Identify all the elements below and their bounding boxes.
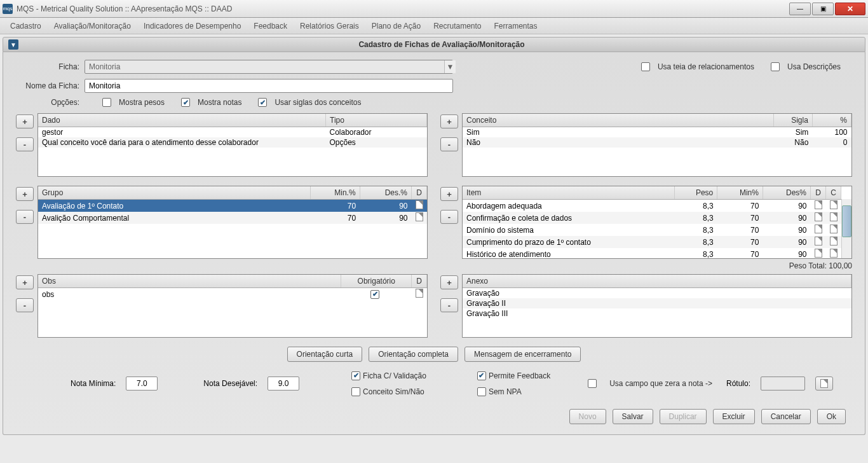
document-icon[interactable]	[830, 225, 837, 233]
rotulo-doc-button[interactable]	[815, 377, 833, 390]
novo-button[interactable]: Novo	[569, 409, 606, 424]
duplicar-button[interactable]: Duplicar	[660, 409, 707, 424]
item-col-item[interactable]: Item	[463, 186, 674, 200]
menu-avaliacao[interactable]: Avaliação/Monitoração	[48, 19, 137, 33]
grupo-col-d[interactable]: D	[412, 186, 427, 200]
conceito-add-button[interactable]: +	[440, 114, 458, 128]
permite-feedback-checkbox[interactable]	[477, 371, 486, 380]
item-table[interactable]: ItemPesoMin%Des%DC Abordagem adequada8,3…	[463, 186, 841, 259]
menu-ferramentas[interactable]: Ferramentas	[488, 19, 544, 33]
conceito-col-sigla[interactable]: Sigla	[773, 114, 812, 127]
obs-remove-button[interactable]: -	[16, 298, 34, 312]
anexo-add-button[interactable]: +	[440, 275, 458, 289]
orientacao-curta-button[interactable]: Orientação curta	[287, 347, 363, 362]
menu-feedback[interactable]: Feedback	[247, 19, 294, 33]
item-remove-button[interactable]: -	[440, 210, 458, 224]
chevron-down-icon[interactable]: ▼	[444, 60, 456, 73]
table-row[interactable]: Gravação III	[463, 308, 851, 319]
usa-teia-checkbox[interactable]	[641, 62, 650, 71]
item-col-c[interactable]: C	[826, 186, 841, 200]
table-row[interactable]: Domínio do sistema8,37090	[463, 224, 841, 236]
table-row[interactable]: Abordagem adequada8,37090	[463, 200, 841, 212]
anexo-table[interactable]: Anexo Gravação Gravação II Gravação III	[463, 275, 851, 319]
table-row[interactable]: SimSim100	[463, 127, 851, 138]
table-row[interactable]: Confirmação e coleta de dados8,37090	[463, 212, 841, 224]
grupo-col-min[interactable]: Min.%	[310, 186, 360, 200]
document-icon[interactable]	[830, 200, 837, 209]
item-col-d[interactable]: D	[811, 186, 826, 200]
menu-relatorios[interactable]: Relatórios Gerais	[294, 19, 365, 33]
document-icon[interactable]	[815, 200, 822, 209]
nome-ficha-input[interactable]	[85, 79, 453, 93]
minimize-button[interactable]: —	[789, 3, 811, 15]
dado-table[interactable]: DadoTipo gestorColaborador Qual conceito…	[38, 114, 427, 148]
item-col-peso[interactable]: Peso	[674, 186, 717, 200]
excluir-button[interactable]: Excluir	[713, 409, 755, 424]
anexo-col-anexo[interactable]: Anexo	[463, 275, 851, 288]
obs-table[interactable]: ObsObrigatórioD obs	[38, 275, 427, 300]
document-icon[interactable]	[815, 212, 822, 221]
obs-col-d[interactable]: D	[412, 275, 427, 288]
document-icon[interactable]	[815, 249, 822, 258]
item-col-min[interactable]: Min%	[717, 186, 763, 200]
grupo-col-des[interactable]: Des.%	[360, 186, 411, 200]
usa-desc-checkbox[interactable]	[771, 62, 780, 71]
table-row[interactable]: Avaliação de 1º Contato7090	[38, 200, 427, 212]
close-button[interactable]: ✕	[835, 3, 865, 15]
dado-col-tipo[interactable]: Tipo	[326, 114, 427, 127]
table-row[interactable]: Cumprimento do prazo de 1º contato8,3709…	[463, 236, 841, 248]
table-row[interactable]: obs	[38, 288, 427, 301]
ok-button[interactable]: Ok	[817, 409, 846, 424]
nota-des-input[interactable]	[268, 377, 299, 390]
conceito-col-pct[interactable]: %	[812, 114, 851, 127]
document-icon[interactable]	[830, 237, 837, 245]
rotulo-input[interactable]	[761, 377, 805, 390]
document-icon[interactable]	[416, 212, 423, 221]
obs-add-button[interactable]: +	[16, 275, 34, 289]
grupo-col-grupo[interactable]: Grupo	[38, 186, 310, 200]
document-icon[interactable]	[815, 237, 822, 245]
menu-cadastro[interactable]: Cadastro	[4, 19, 48, 33]
grupo-table[interactable]: GrupoMin.%Des.%D Avaliação de 1º Contato…	[38, 186, 427, 224]
obs-col-obrig[interactable]: Obrigatório	[341, 275, 412, 288]
table-row[interactable]: Gravação	[463, 288, 851, 299]
table-row[interactable]: Qual conceito você daria para o atendime…	[38, 137, 427, 148]
table-row[interactable]: Gravação II	[463, 298, 851, 308]
ficha-validacao-checkbox[interactable]	[351, 371, 360, 380]
mostra-pesos-checkbox[interactable]	[102, 98, 111, 107]
item-col-des[interactable]: Des%	[763, 186, 810, 200]
grupo-add-button[interactable]: +	[16, 187, 34, 201]
menu-recrutamento[interactable]: Recrutamento	[427, 19, 487, 33]
table-row[interactable]: Histórico de atendimento8,37090	[463, 248, 841, 259]
document-icon[interactable]	[815, 225, 822, 233]
ficha-select[interactable]	[85, 60, 453, 74]
dado-add-button[interactable]: +	[16, 114, 34, 128]
conceito-remove-button[interactable]: -	[440, 137, 458, 151]
menu-indicadores[interactable]: Indicadores de Desempenho	[137, 19, 247, 33]
mostra-notas-checkbox[interactable]	[181, 98, 190, 107]
panel-toggle-icon[interactable]: ▼	[8, 39, 18, 50]
obs-obrig-checkbox[interactable]	[370, 290, 379, 299]
dado-remove-button[interactable]: -	[16, 137, 34, 151]
obs-col-obs[interactable]: Obs	[38, 275, 341, 288]
menu-plano[interactable]: Plano de Ação	[365, 19, 427, 33]
cancelar-button[interactable]: Cancelar	[761, 409, 811, 424]
salvar-button[interactable]: Salvar	[613, 409, 653, 424]
document-icon[interactable]	[416, 289, 423, 298]
anexo-remove-button[interactable]: -	[440, 298, 458, 312]
conceito-col-conceito[interactable]: Conceito	[463, 114, 773, 127]
orientacao-completa-button[interactable]: Orientação completa	[369, 347, 458, 362]
conceito-sn-checkbox[interactable]	[351, 387, 360, 396]
mensagem-encerramento-button[interactable]: Mensagem de encerramento	[465, 347, 581, 362]
table-row[interactable]: gestorColaborador	[38, 127, 427, 138]
usa-campo-zera-checkbox[interactable]	[588, 379, 597, 388]
nota-min-input[interactable]	[126, 377, 158, 390]
sem-npa-checkbox[interactable]	[477, 387, 486, 396]
scrollbar[interactable]	[841, 199, 851, 258]
document-icon[interactable]	[830, 212, 837, 221]
maximize-button[interactable]: ▣	[812, 3, 834, 15]
document-icon[interactable]	[416, 200, 423, 209]
item-add-button[interactable]: +	[440, 187, 458, 201]
grupo-remove-button[interactable]: -	[16, 210, 34, 224]
dado-col-dado[interactable]: Dado	[38, 114, 326, 127]
